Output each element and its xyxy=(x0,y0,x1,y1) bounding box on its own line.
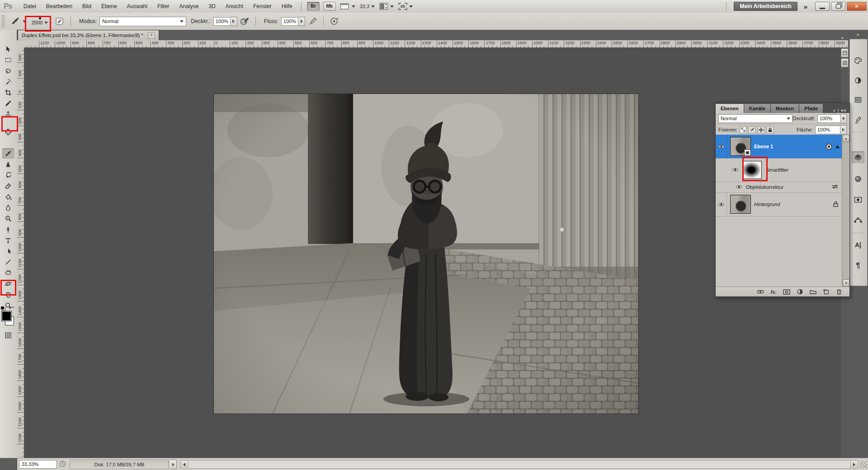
3d-rotate-tool[interactable] xyxy=(2,268,14,278)
swatches-panel-button[interactable] xyxy=(852,94,864,106)
new-layer-button[interactable] xyxy=(822,288,830,296)
eyedropper-tool[interactable] xyxy=(2,98,14,108)
zoom-level-dropdown[interactable]: 33,3 xyxy=(360,2,375,11)
add-layer-mask-button[interactable] xyxy=(783,288,791,296)
menu-item-ansicht[interactable]: Ansicht xyxy=(221,0,248,13)
canvas-image-gnome-statue[interactable] xyxy=(214,94,638,414)
toggle-brush-panel-button[interactable] xyxy=(56,17,65,26)
mini-bridge-button[interactable]: Mb xyxy=(323,2,336,11)
smart-filter-indicator-icon[interactable] xyxy=(826,143,832,150)
restore-button[interactable] xyxy=(831,2,845,11)
visibility-toggle[interactable] xyxy=(716,135,727,158)
layer-row-objektivkorrektur[interactable]: Objektivkorrektur xyxy=(716,182,842,193)
default-colors-icon[interactable] xyxy=(1,306,5,311)
blur-tool[interactable] xyxy=(2,202,14,213)
menu-item-bearbeiten[interactable]: Bearbeiten xyxy=(41,0,77,13)
collapse-filters-icon[interactable] xyxy=(835,145,840,149)
workspace-overflow-chevrons[interactable]: » xyxy=(804,3,807,10)
airbrush-toggle-button[interactable] xyxy=(307,17,317,26)
filter-name[interactable]: Objektivkorrektur xyxy=(746,184,783,190)
brush-tool[interactable] xyxy=(2,148,14,159)
paint-bucket-tool[interactable] xyxy=(2,192,14,202)
pen-tool[interactable] xyxy=(2,224,14,235)
panel-tab-ebenen[interactable]: Ebenen xyxy=(716,104,744,113)
opacity-slider-button[interactable] xyxy=(231,17,237,26)
workspace-selector-button[interactable]: Mein Arbeitsbereich xyxy=(734,2,797,11)
masks-panel-button[interactable] xyxy=(852,194,864,206)
lock-transparency-button[interactable] xyxy=(739,126,747,134)
resize-grip[interactable] xyxy=(860,461,867,468)
arrange-documents-button[interactable] xyxy=(379,2,394,11)
healing-brush-tool[interactable] xyxy=(2,109,14,119)
spot-healing-group[interactable] xyxy=(2,127,14,137)
layers-panel-button[interactable] xyxy=(852,151,864,163)
close-button[interactable]: × xyxy=(847,2,867,11)
crop-tool[interactable] xyxy=(2,87,14,98)
3d-panel-button[interactable] xyxy=(852,173,864,185)
scroll-panel-button-2[interactable] xyxy=(841,58,849,67)
path-selection-tool[interactable] xyxy=(2,246,14,256)
flow-slider-button[interactable] xyxy=(298,17,305,26)
menu-item-auswahl[interactable]: Auswahl xyxy=(122,0,152,13)
menu-item-ebene[interactable]: Ebene xyxy=(96,0,122,13)
brush-presets-panel-button[interactable] xyxy=(852,114,864,126)
quick-mask-button[interactable] xyxy=(2,330,14,340)
document-tab[interactable]: Duplex Effekt.psd bei 33,3% (Ebene 1, Fi… xyxy=(18,30,159,40)
document-size-info[interactable]: Dok: 17,0 MB/39,7 MB xyxy=(70,460,169,469)
layer-blend-mode-select[interactable]: Normal xyxy=(718,114,793,123)
visibility-toggle[interactable] xyxy=(716,193,727,216)
layer-thumbnail[interactable]: ▣ xyxy=(731,137,750,155)
eraser-tool[interactable] xyxy=(2,181,14,191)
layer-thumbnail[interactable] xyxy=(731,195,750,213)
ruler-corner[interactable] xyxy=(17,40,24,48)
panel-tab-masken[interactable]: Masken xyxy=(771,104,799,113)
visibility-toggle[interactable] xyxy=(732,167,739,173)
document-hscrollbar[interactable] xyxy=(180,460,858,469)
dock-collapse-button[interactable]: « xyxy=(848,30,868,39)
filter-blend-options-icon[interactable] xyxy=(832,184,838,190)
panel-tab-kanäle[interactable]: Kanäle xyxy=(744,104,771,113)
menu-item-analyse[interactable]: Analyse xyxy=(175,0,204,13)
paragraph-panel-button[interactable]: ¶ xyxy=(852,260,864,272)
screen-mode-button[interactable] xyxy=(398,2,413,11)
minimize-button[interactable] xyxy=(815,2,830,11)
layer-name[interactable]: Ebene 1 xyxy=(754,144,773,149)
horizontal-ruler[interactable]: 1100100090080070060050040030020010001002… xyxy=(24,40,848,48)
delete-layer-button[interactable] xyxy=(835,288,843,296)
scroll-down-button[interactable]: ▼ xyxy=(843,279,849,287)
swap-colors-icon[interactable] xyxy=(9,306,15,311)
lasso-tool[interactable] xyxy=(2,66,14,76)
deckkraft-field[interactable]: 100% xyxy=(817,114,841,123)
layer-style-button[interactable]: fx. xyxy=(769,288,778,296)
link-layers-button[interactable] xyxy=(756,288,764,296)
new-adjustment-layer-button[interactable] xyxy=(796,288,804,296)
blend-mode-select[interactable]: Normal xyxy=(99,17,186,26)
menu-item-fenster[interactable]: Fenster xyxy=(248,0,277,13)
flaeche-field[interactable]: 100% xyxy=(815,126,840,134)
menu-item-bild[interactable]: Bild xyxy=(77,0,96,13)
lock-position-button[interactable] xyxy=(757,126,765,134)
clone-stamp-tool[interactable] xyxy=(2,159,14,169)
foreground-color-swatch[interactable] xyxy=(2,311,11,321)
smartfilter-label[interactable]: Smartfilter xyxy=(766,167,788,173)
deckkraft-slider-button[interactable] xyxy=(841,114,847,123)
menu-item-hilfe[interactable]: Hilfe xyxy=(277,0,297,13)
layer-name[interactable]: Hintergrund xyxy=(754,202,780,207)
panel-tab-controls[interactable]: » | ▾≡ xyxy=(833,108,849,113)
adjustments-panel-button[interactable] xyxy=(852,75,864,86)
flaeche-slider-button[interactable] xyxy=(840,125,847,135)
type-tool[interactable] xyxy=(2,235,14,245)
filter-mask-thumbnail[interactable] xyxy=(743,161,761,179)
menu-item-filter[interactable]: Filter xyxy=(152,0,175,13)
visibility-toggle[interactable] xyxy=(736,184,742,190)
vertical-ruler[interactable]: 2001000100200300400500600700800900100011… xyxy=(17,47,24,458)
flow-field[interactable]: 100% xyxy=(281,17,298,26)
tablet-opacity-button[interactable] xyxy=(240,17,250,26)
tablet-size-button[interactable] xyxy=(330,17,340,26)
menu-item-3d[interactable]: 3D xyxy=(203,0,220,13)
3d-orbit-tool[interactable] xyxy=(2,278,14,289)
dodge-tool[interactable] xyxy=(2,213,14,224)
panel-tab-pfade[interactable]: Pfade xyxy=(799,104,823,113)
layer-row-hintergrund[interactable]: Hintergrund xyxy=(716,193,842,216)
brush-picker-dropdown[interactable]: 2500 xyxy=(29,14,50,28)
